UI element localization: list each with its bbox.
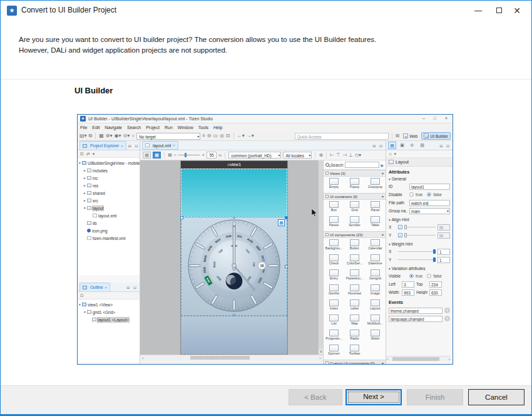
distribute-icon[interactable]: ⊥: [349, 152, 353, 159]
tree-row[interactable]: ▸res: [78, 182, 140, 189]
zoom-value-field[interactable]: 55: [207, 152, 217, 159]
expander-icon[interactable]: ▸: [83, 176, 87, 180]
device-manager-icon[interactable]: ▭: [213, 133, 218, 139]
palette-item[interactable]: Panel: [365, 200, 386, 216]
device-preview[interactable]: ⌂view1: [181, 161, 287, 354]
menu-item[interactable]: Project: [146, 125, 160, 130]
link-editor-icon[interactable]: ⇄: [86, 152, 90, 157]
event-field[interactable]: language,changed: [389, 316, 442, 322]
scroll-left-icon[interactable]: ‹: [387, 356, 388, 361]
collapse-section-icon[interactable]: ▾: [382, 171, 384, 175]
visible-false-radio[interactable]: [427, 274, 431, 278]
run-icon[interactable]: ◉▾: [115, 133, 121, 139]
zoom-slider-handle[interactable]: [185, 153, 187, 157]
tree-row[interactable]: ▾UIBuilderSingleView - mobile-4.0: [78, 159, 140, 167]
minimize-maximize-icons[interactable]: ⊟ ⊡: [372, 143, 384, 148]
disable-false-radio[interactable]: [427, 192, 431, 197]
selection-handle[interactable]: [285, 216, 288, 219]
weight-x-value[interactable]: 1: [437, 249, 450, 255]
export-tab-icon[interactable]: ▨: [418, 142, 426, 149]
scroll-left-icon[interactable]: ‹: [140, 355, 146, 360]
palette-item[interactable]: Map: [344, 314, 365, 329]
back-nav-icon[interactable]: ←▾: [237, 133, 245, 139]
grid-region[interactable]: [181, 169, 287, 217]
palette-section-containers[interactable]: UI containers (6) ▾: [324, 193, 386, 200]
selection-handle[interactable]: [233, 216, 235, 219]
palette-item[interactable]: Panes: [324, 216, 344, 231]
properties-horizontal-scrollbar[interactable]: ‹ ›: [386, 356, 451, 361]
expander-icon[interactable]: ▸: [83, 199, 87, 202]
tree-row[interactable]: layout.xml: [78, 212, 140, 219]
tree-row[interactable]: tizen-manifest.xml: [78, 234, 140, 242]
align-x-value[interactable]: fill: [437, 224, 450, 231]
quick-access-input[interactable]: Quick Access: [295, 133, 389, 140]
palette-item[interactable]: Calendar: [365, 239, 386, 254]
palette-item[interactable]: Multibutt...: [365, 314, 386, 329]
palette-item[interactable]: Box: [324, 200, 344, 216]
palette-search-input[interactable]: [345, 162, 380, 168]
file-path-field[interactable]: watch.edj: [409, 200, 450, 206]
palette-item[interactable]: Hoversel: [344, 284, 365, 299]
palette-item[interactable]: List: [324, 314, 344, 329]
zoom-in-icon[interactable]: +: [202, 152, 205, 159]
visible-true-radio[interactable]: [409, 274, 414, 278]
align-right-icon[interactable]: ⊣: [342, 152, 347, 159]
palette-item[interactable]: Check: [324, 254, 344, 269]
collapse-section-icon[interactable]: ▾: [382, 232, 384, 237]
target-selector[interactable]: No target: [136, 133, 200, 140]
tree-row[interactable]: lib: [78, 219, 140, 227]
close-button[interactable]: ✕: [508, 4, 526, 18]
variation-section-header[interactable]: ▾Variation attributes: [389, 266, 450, 271]
tree-row[interactable]: ▸includes: [78, 167, 140, 174]
weight-x-slider[interactable]: [398, 251, 436, 252]
palette-item[interactable]: Label: [344, 299, 365, 314]
palette-item[interactable]: Image: [365, 284, 386, 299]
next-button[interactable]: Next >: [345, 389, 402, 405]
close-tab-icon[interactable]: ×: [105, 286, 108, 289]
align-hint-section-header[interactable]: ▾Align Hint: [389, 217, 450, 222]
palette-item[interactable]: Gengrid: [365, 269, 386, 284]
outline-row[interactable]: ▾view1 <View>: [78, 301, 140, 308]
canvas-vertical-scrollbar[interactable]: ∨: [318, 160, 323, 355]
design-canvas[interactable]: ⌂view1: [140, 160, 323, 355]
close-tab-icon[interactable]: ×: [173, 143, 175, 147]
menu-item[interactable]: Search: [127, 125, 141, 130]
palette-item[interactable]: Empty: [324, 177, 344, 192]
palette-item[interactable]: Genlist: [324, 284, 344, 299]
minimize-maximize-icons[interactable]: ⊟ ⊡: [126, 285, 138, 289]
locale-selector[interactable]: All locales: [283, 152, 312, 159]
expander-icon[interactable]: ▾: [78, 303, 82, 306]
minimize-maximize-icons[interactable]: ⊟ ⊡: [128, 143, 140, 148]
profile-icon[interactable]: ⊙▾: [123, 133, 130, 139]
menu-item[interactable]: Run: [165, 125, 173, 130]
palette-item[interactable]: Slider: [365, 329, 386, 344]
slider-handle[interactable]: [433, 257, 436, 262]
menu-item[interactable]: Window: [178, 125, 193, 130]
palette-item[interactable]: Index: [324, 299, 344, 314]
tree-row[interactable]: icon.png: [78, 227, 140, 234]
perspective-web[interactable]: w Web: [401, 132, 419, 140]
left-field[interactable]: 3: [402, 281, 414, 288]
slider-handle[interactable]: [404, 225, 407, 229]
outline-row[interactable]: ▾grid1 <Grid>: [78, 308, 140, 316]
expander-icon[interactable]: ▾: [83, 310, 87, 314]
canvas-horizontal-scrollbar[interactable]: ‹ ›: [140, 355, 323, 360]
settings-gear-icon[interactable]: ⊛: [319, 152, 323, 159]
split-view-toggle-icon[interactable]: ▦: [153, 152, 161, 159]
palette-item[interactable]: Button: [344, 239, 365, 254]
width-field[interactable]: 993: [402, 289, 414, 296]
menu-item[interactable]: Edit: [92, 125, 100, 130]
palette-item[interactable]: Datetime: [365, 254, 386, 269]
weight-y-value[interactable]: 1: [437, 257, 450, 263]
tree-row[interactable]: ▸src: [78, 197, 140, 204]
collapse-section-icon[interactable]: ▾: [382, 194, 384, 199]
bottom-region[interactable]: [181, 316, 287, 354]
minimize-maximize-icons[interactable]: ⊟ ⊡: [439, 143, 451, 148]
selection-handle[interactable]: [233, 314, 235, 316]
scroll-right-icon[interactable]: ›: [449, 356, 450, 361]
align-y-value[interactable]: fill: [437, 232, 450, 239]
zoom-slider[interactable]: [178, 155, 200, 155]
align-x-slider[interactable]: [404, 227, 436, 227]
palette-item[interactable]: Progress...: [324, 329, 344, 344]
scroll-right-icon[interactable]: ›: [317, 355, 323, 360]
